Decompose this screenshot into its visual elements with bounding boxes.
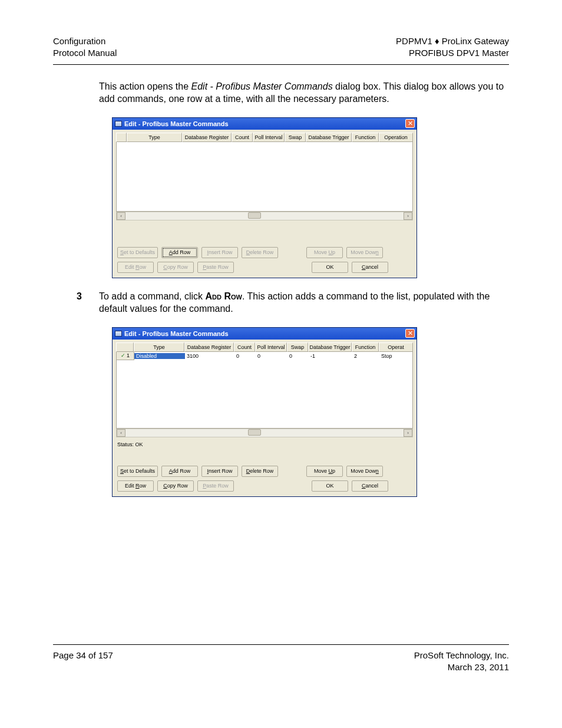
cell-swap[interactable]: 0 xyxy=(287,353,309,359)
set-to-defaults-button[interactable]: Set to Defaults xyxy=(117,247,158,258)
col-swap[interactable]: Swap xyxy=(285,133,306,142)
col-count[interactable]: Count xyxy=(232,133,253,142)
col-database-register[interactable]: Database Register xyxy=(182,133,232,142)
status-text: Status: OK xyxy=(113,440,416,449)
cell-database-trigger[interactable]: -1 xyxy=(309,353,352,359)
col-function[interactable]: Function xyxy=(352,133,379,142)
move-down-button[interactable]: Move Down xyxy=(346,466,383,477)
footer-company: ProSoft Technology, Inc. xyxy=(414,650,509,661)
page-footer: Page 34 of 157 ProSoft Technology, Inc. … xyxy=(53,650,509,674)
header-rule xyxy=(53,64,509,65)
ok-button[interactable]: OK xyxy=(312,262,348,273)
copy-row-button[interactable]: Copy Row xyxy=(157,262,194,273)
col-database-register[interactable]: Database Register xyxy=(184,342,234,352)
move-up-button[interactable]: Move Up xyxy=(306,466,343,477)
cell-type[interactable]: Disabled xyxy=(134,353,185,359)
edit-row-button[interactable]: Edit Row xyxy=(117,480,154,492)
col-count[interactable]: Count xyxy=(234,342,255,352)
col-type[interactable]: Type xyxy=(127,133,182,142)
intro-paragraph: This action opens the Edit - Profibus Ma… xyxy=(99,80,509,106)
cancel-button[interactable]: Cancel xyxy=(352,480,388,492)
scroll-left-button[interactable]: ‹ xyxy=(117,212,125,220)
scroll-thumb[interactable] xyxy=(248,429,261,436)
col-operation[interactable]: Operat xyxy=(379,342,413,352)
cell-poll-interval[interactable]: 0 xyxy=(256,353,287,359)
col-function[interactable]: Function xyxy=(352,342,379,352)
horizontal-scrollbar[interactable]: ‹ › xyxy=(116,212,413,220)
edit-commands-dialog-empty: Edit - Profibus Master Commands ✕ Type D… xyxy=(112,117,417,278)
delete-row-button[interactable]: Delete Row xyxy=(242,466,278,477)
ok-button[interactable]: OK xyxy=(312,480,348,492)
grid-header-row: Type Database Register Count Poll Interv… xyxy=(116,342,413,352)
close-button[interactable]: ✕ xyxy=(405,119,415,128)
footer-date: March 23, 2011 xyxy=(414,661,509,673)
scroll-thumb[interactable] xyxy=(248,212,261,219)
cell-function[interactable]: 2 xyxy=(352,353,379,359)
page-header: Configuration Protocol Manual PDPMV1 ♦ P… xyxy=(53,35,509,60)
copy-row-button[interactable]: Copy Row xyxy=(157,480,194,492)
move-down-button[interactable]: Move Down xyxy=(346,247,383,258)
grid-body-empty xyxy=(116,142,413,212)
col-type[interactable]: Type xyxy=(134,342,184,352)
edit-commands-dialog-with-row: Edit - Profibus Master Commands ✕ Type D… xyxy=(112,327,417,497)
cell-operation[interactable]: Stop xyxy=(379,353,412,359)
close-button[interactable]: ✕ xyxy=(405,329,415,338)
scroll-left-button[interactable]: ‹ xyxy=(117,429,125,437)
col-poll-interval[interactable]: Poll Interval xyxy=(253,133,285,142)
footer-page: Page 34 of 157 xyxy=(53,650,113,674)
dialog-titlebar: Edit - Profibus Master Commands ✕ xyxy=(113,328,416,340)
add-row-button[interactable]: Add Row xyxy=(161,466,198,477)
col-database-trigger[interactable]: Database Trigger xyxy=(308,342,352,352)
dialog-title: Edit - Profibus Master Commands xyxy=(124,120,229,127)
table-row[interactable]: ✓ 1 Disabled 3100 0 0 0 -1 2 Stop xyxy=(117,352,412,360)
col-operation[interactable]: Operation xyxy=(379,133,413,142)
step-3: 3 To add a command, click Add Row. This … xyxy=(77,290,509,315)
grid-body: ✓ 1 Disabled 3100 0 0 0 -1 2 Stop xyxy=(116,352,413,429)
check-icon: ✓ xyxy=(121,353,125,358)
header-left-1: Configuration xyxy=(53,35,117,47)
insert-row-button[interactable]: Insert Row xyxy=(201,247,238,258)
col-swap[interactable]: Swap xyxy=(287,342,308,352)
col-poll-interval[interactable]: Poll Interval xyxy=(255,342,287,352)
paste-row-button[interactable]: Paste Row xyxy=(197,480,234,492)
cell-database-register[interactable]: 3100 xyxy=(185,353,234,359)
header-right-1: PDPMV1 ♦ ProLinx Gateway xyxy=(396,35,509,47)
cancel-button[interactable]: Cancel xyxy=(352,262,388,273)
edit-row-button[interactable]: Edit Row xyxy=(117,262,154,273)
set-to-defaults-button[interactable]: Set to Defaults xyxy=(117,466,158,477)
horizontal-scrollbar[interactable]: ‹ › xyxy=(116,429,413,437)
col-database-trigger[interactable]: Database Trigger xyxy=(306,133,352,142)
scroll-right-button[interactable]: › xyxy=(404,212,412,220)
insert-row-button[interactable]: Insert Row xyxy=(201,466,238,477)
dialog-titlebar: Edit - Profibus Master Commands ✕ xyxy=(113,118,416,130)
footer-rule xyxy=(53,644,509,645)
header-right-2: PROFIBUS DPV1 Master xyxy=(396,47,509,59)
app-icon xyxy=(115,121,122,127)
step-number: 3 xyxy=(77,290,99,315)
move-up-button[interactable]: Move Up xyxy=(306,247,343,258)
add-row-button[interactable]: Add Row xyxy=(161,247,198,258)
paste-row-button[interactable]: Paste Row xyxy=(197,262,234,273)
cell-count[interactable]: 0 xyxy=(234,353,256,359)
scroll-right-button[interactable]: › xyxy=(404,429,412,437)
dialog-title: Edit - Profibus Master Commands xyxy=(124,330,229,337)
header-left-2: Protocol Manual xyxy=(53,47,117,59)
delete-row-button[interactable]: Delete Row xyxy=(242,247,278,258)
row-number: 1 xyxy=(127,353,130,358)
app-icon xyxy=(115,331,122,337)
grid-header-row: Type Database Register Count Poll Interv… xyxy=(116,133,413,142)
